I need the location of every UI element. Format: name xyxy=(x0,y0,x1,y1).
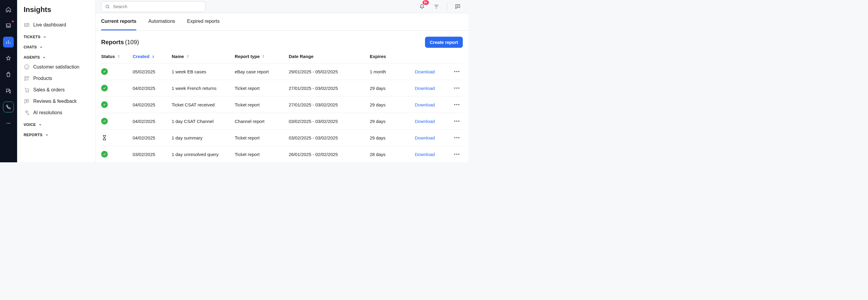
row-actions[interactable] xyxy=(451,104,463,106)
svg-point-11 xyxy=(456,71,457,72)
svg-point-18 xyxy=(458,104,459,105)
sidebar-products[interactable]: Products xyxy=(24,73,89,84)
cell-type: Ticket report xyxy=(235,152,289,157)
cell-name: 1 day CSAT Channel xyxy=(172,119,235,124)
notifications[interactable]: 9+ xyxy=(417,1,427,12)
cell-created: 04/02/2025 xyxy=(133,102,172,107)
section-voice[interactable]: VOICE xyxy=(24,118,89,129)
svg-point-7 xyxy=(26,91,27,92)
cell-expires: 29 days xyxy=(370,86,415,91)
svg-point-21 xyxy=(458,120,459,121)
svg-point-8 xyxy=(28,91,29,92)
cell-expires: 1 month xyxy=(370,69,415,74)
cell-created: 05/02/2025 xyxy=(133,69,172,74)
col-name[interactable]: Name xyxy=(172,54,235,59)
search-input[interactable] xyxy=(113,4,202,9)
create-report-button[interactable]: Create report xyxy=(425,37,463,48)
rail-inbox[interactable] xyxy=(3,21,14,31)
download-link[interactable]: Download xyxy=(415,152,451,157)
download-link[interactable]: Download xyxy=(415,119,451,124)
row-actions[interactable] xyxy=(451,87,463,89)
status-ok-icon xyxy=(101,85,108,91)
row-actions[interactable] xyxy=(451,153,463,155)
messages-button[interactable] xyxy=(453,1,463,12)
cell-name: 1 day summary xyxy=(172,135,235,140)
topbar-divider xyxy=(447,2,447,11)
table-row: 03/02/20251 day unresolved queryTicket r… xyxy=(101,146,463,162)
rail-phone[interactable] xyxy=(3,102,14,112)
col-type[interactable]: Report type xyxy=(235,54,289,59)
svg-point-16 xyxy=(455,104,455,105)
rail-more[interactable] xyxy=(3,118,14,129)
svg-point-3 xyxy=(24,65,29,70)
sidebar-live-dashboard-label: Live dashboard xyxy=(33,22,66,28)
sort-icon xyxy=(261,54,265,58)
svg-point-1 xyxy=(8,123,9,124)
filter-icon xyxy=(433,4,439,10)
section-reports[interactable]: REPORTS xyxy=(24,129,89,139)
col-expires[interactable]: Expires xyxy=(370,54,415,59)
row-actions[interactable] xyxy=(451,71,463,73)
notif-badge: 9+ xyxy=(423,0,429,5)
download-link[interactable]: Download xyxy=(415,135,451,140)
cell-created: 04/02/2025 xyxy=(133,135,172,140)
col-status[interactable]: Status xyxy=(101,54,133,59)
cell-range: 27/01/2025 - 03/02/2025 xyxy=(289,86,370,91)
col-range[interactable]: Date Range xyxy=(289,54,370,59)
nav-rail xyxy=(0,0,17,162)
section-tickets[interactable]: TICKETS xyxy=(24,31,89,41)
status-ok-icon xyxy=(101,151,108,158)
status-ok-icon xyxy=(101,101,108,108)
row-actions[interactable] xyxy=(451,137,463,139)
rail-insights[interactable] xyxy=(3,37,14,48)
table-row: 04/02/20251 day CSAT ChannelChannel repo… xyxy=(101,113,463,129)
section-agents[interactable]: AGENTS xyxy=(24,51,89,61)
download-link[interactable]: Download xyxy=(415,86,451,91)
search-box[interactable] xyxy=(101,1,206,12)
table-header: Status Created Name Report type Date Ran… xyxy=(101,51,463,63)
svg-point-9 xyxy=(106,5,109,8)
sort-desc-icon xyxy=(151,54,155,58)
table-row: 04/02/20251 week French returnsTicket re… xyxy=(101,80,463,96)
svg-point-27 xyxy=(458,154,459,155)
sidebar-csat[interactable]: Customer satisfaction xyxy=(24,61,89,73)
table-row: 04/02/20251 day summaryTicket report03/0… xyxy=(101,129,463,146)
status-pending-icon xyxy=(101,134,108,141)
table-row: 04/02/2025Ticket CSAT receivedTicket rep… xyxy=(101,96,463,113)
sidebar-live-dashboard[interactable]: Live dashboard xyxy=(24,19,89,31)
download-link[interactable]: Download xyxy=(415,102,451,107)
main-area: 9+ Current reports Automations Expired r… xyxy=(96,0,468,162)
download-link[interactable]: Download xyxy=(415,69,451,74)
tab-expired-reports[interactable]: Expired reports xyxy=(187,13,220,30)
table-row: 05/02/20251 week EB caseseBay case repor… xyxy=(101,63,463,80)
svg-rect-5 xyxy=(27,76,29,78)
svg-point-25 xyxy=(455,154,455,155)
svg-point-15 xyxy=(458,87,459,88)
svg-point-17 xyxy=(456,104,457,105)
sidebar-ai[interactable]: AI resolutions xyxy=(24,107,89,118)
cell-created: 04/02/2025 xyxy=(133,86,172,91)
col-created[interactable]: Created xyxy=(133,54,172,59)
row-actions[interactable] xyxy=(451,120,463,122)
cell-type: eBay case report xyxy=(235,69,289,74)
cell-expires: 29 days xyxy=(370,102,415,107)
reports-header: Reports (109) Create report xyxy=(96,31,468,51)
section-chats[interactable]: CHATS xyxy=(24,41,89,51)
rail-orders[interactable] xyxy=(3,69,14,80)
chevron-down-icon xyxy=(43,35,46,39)
cell-created: 04/02/2025 xyxy=(133,119,172,124)
rail-favorites[interactable] xyxy=(3,53,14,64)
cell-name: 1 day unresolved query xyxy=(172,152,235,157)
filter-button[interactable] xyxy=(431,1,441,12)
rail-chats[interactable] xyxy=(3,85,14,96)
sidebar-title: Insights xyxy=(24,5,89,14)
cell-type: Channel report xyxy=(235,119,289,124)
rail-home[interactable] xyxy=(3,4,14,15)
sidebar-sales[interactable]: Sales & orders xyxy=(24,84,89,96)
sidebar-reviews[interactable]: Reviews & feedback xyxy=(24,96,89,107)
tab-automations[interactable]: Automations xyxy=(148,13,175,30)
tab-current-reports[interactable]: Current reports xyxy=(101,13,136,30)
reports-count: (109) xyxy=(125,39,139,46)
cell-name: 1 week EB cases xyxy=(172,69,235,74)
cell-range: 03/02/2025 - 03/02/2025 xyxy=(289,135,370,140)
